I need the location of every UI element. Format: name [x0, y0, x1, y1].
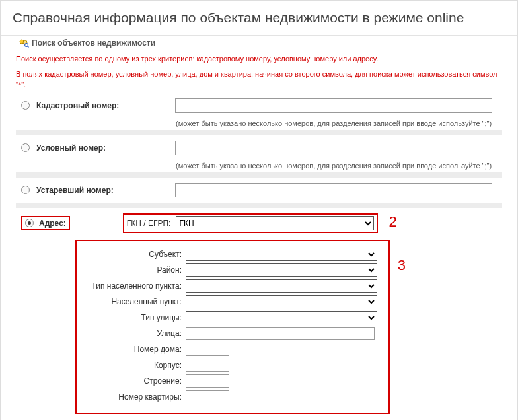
address-source-highlight: ГКН / ЕГРП: ГКН [123, 213, 379, 233]
select-subject[interactable] [186, 248, 377, 261]
label-building: Корпус: [83, 361, 186, 370]
svg-line-3 [28, 46, 29, 48]
input-street[interactable] [186, 327, 375, 340]
hint-cadastral: (может быть указано несколько номеров, д… [176, 120, 502, 127]
label-apartment: Номер квартиры: [83, 392, 186, 402]
label-address: Адрес: [39, 219, 66, 228]
label-settlement-type: Тип населенного пункта: [83, 281, 186, 291]
select-settlement[interactable] [186, 295, 377, 308]
label-source: ГКН / ЕГРП: [127, 219, 171, 228]
label-district: Район: [83, 265, 186, 275]
separator [16, 203, 502, 208]
select-source[interactable]: ГКН [176, 216, 374, 230]
label-cadastral: Кадастровый номер: [36, 101, 168, 110]
address-radio-highlight: Адрес: [21, 216, 70, 230]
select-settlement-type[interactable] [186, 279, 377, 293]
hint-conditional: (может быть указано несколько номеров, д… [176, 162, 502, 170]
page-title: Справочная информация по объектам недвиж… [13, 10, 505, 26]
input-structure[interactable] [186, 374, 229, 388]
radio-address[interactable] [25, 219, 34, 227]
search-panel: Поиск объектов недвижимости Поиск осущес… [9, 44, 509, 420]
radio-cadastral[interactable] [21, 101, 30, 110]
row-cadastral: Кадастровый номер: [16, 94, 502, 117]
info-line-2: В полях кадастровый номер, условный номе… [16, 69, 502, 90]
label-structure: Строение: [83, 376, 186, 386]
row-address-head: Адрес: ГКН / ЕГРП: ГКН 2 [16, 209, 502, 237]
label-street: Улица: [83, 329, 186, 338]
input-obsolete[interactable] [175, 183, 492, 197]
input-conditional[interactable] [175, 141, 492, 155]
row-conditional: Условный номер: [16, 137, 502, 159]
address-fields-highlight: 3 Субъект: Район: Тип населенного пункта… [75, 240, 390, 414]
label-street-type: Тип улицы: [83, 313, 186, 322]
callout-3: 3 [398, 257, 406, 274]
input-cadastral[interactable] [175, 98, 492, 113]
separator [16, 130, 502, 135]
label-house: Номер дома: [83, 345, 186, 354]
radio-obsolete[interactable] [21, 186, 30, 194]
input-apartment[interactable] [186, 390, 229, 403]
radio-conditional[interactable] [21, 143, 30, 152]
label-obsolete: Устаревший номер: [36, 186, 168, 195]
panel-legend: Поиск объектов недвижимости [16, 38, 158, 48]
info-line-1: Поиск осуществляется по одному из трех к… [16, 53, 502, 65]
select-district[interactable] [186, 263, 377, 277]
panel-legend-text: Поиск объектов недвижимости [32, 38, 155, 48]
separator [16, 172, 502, 178]
search-users-icon [18, 38, 29, 48]
page-title-bar: Справочная информация по объектам недвиж… [1, 1, 517, 36]
select-street-type[interactable] [186, 311, 377, 324]
label-subject: Субъект: [83, 250, 186, 259]
input-building[interactable] [186, 359, 229, 372]
input-house[interactable] [186, 343, 229, 356]
label-conditional: Условный номер: [36, 143, 168, 153]
callout-2: 2 [388, 213, 396, 230]
row-obsolete: Устаревший номер: [16, 179, 502, 201]
label-settlement: Населенный пункт: [83, 297, 186, 306]
